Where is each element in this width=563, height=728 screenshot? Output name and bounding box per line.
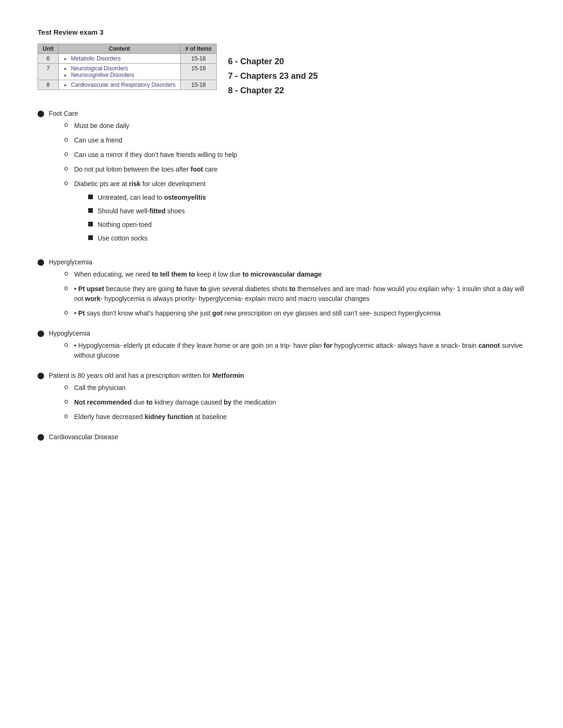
sub-item-text: Call the physician (74, 383, 525, 393)
sub-item-text: • Pt upset because they are going to hav… (74, 284, 525, 304)
o-bullet-icon: o (63, 284, 69, 292)
list-item: o Can use a friend (49, 135, 525, 145)
o-bullet-icon: o (63, 135, 69, 143)
sub-item-text: • Pt says don't know what's happening sh… (74, 308, 525, 318)
list-item: Untreated, can lead to osteomyelitis (74, 193, 525, 203)
bullet-circle-icon (38, 373, 44, 379)
table-cell-items: 15-18 (181, 54, 217, 64)
sub-item-2-text: Should have well-fitted shoes (98, 206, 525, 216)
list-item: o Not recommended due to kidney damage c… (49, 398, 525, 407)
main-item-label: Hypoglycemia (49, 330, 90, 337)
bullet-circle-icon (38, 434, 44, 441)
table-cell-items: 15-18 (181, 80, 217, 90)
square-bullet-icon (88, 222, 93, 226)
table-header-content: Content (59, 44, 181, 54)
page-title: Test Review exam 3 (38, 28, 525, 36)
list-item: o Do not put lotion between the toes aft… (49, 165, 525, 174)
bullet-circle-icon (38, 111, 44, 117)
list-item: o Call the physician (49, 383, 525, 393)
table-section: Unit Content # of Items 6 Metabolic Diso… (38, 44, 525, 96)
main-item-label: Cardiovascular Disease (49, 433, 118, 441)
o-bullet-icon: o (63, 270, 69, 277)
o-bullet-icon: o (63, 179, 69, 187)
o-bullet-icon: o (63, 341, 69, 348)
table-row: 6 Metabolic Disorders 15-18 (38, 54, 217, 64)
bullet-circle-icon (38, 259, 44, 266)
table-row: 8 Cardiovascular and Respiratory Disorde… (38, 80, 217, 90)
o-bullet-icon: o (63, 165, 69, 172)
o-bullet-icon: o (63, 150, 69, 158)
main-content-list: Foot Care o Must be done daily o Can use… (38, 110, 525, 441)
list-item: o Can use a mirror if they don't have fr… (49, 150, 525, 160)
main-item-content: Hypoglycemia o • Hypoglycemia- elderly p… (49, 330, 525, 365)
main-item-content: Patient is 80 years old and has a prescr… (49, 372, 525, 427)
table-cell-unit: 6 (38, 54, 59, 64)
list-item: Hyperglycemia o When educating, we need … (38, 258, 525, 323)
table-cell-unit: 8 (38, 80, 59, 90)
annotation-2: 7 - Chapters 23 and 25 (228, 71, 318, 81)
list-item: o • Pt says don't know what's happening … (49, 308, 525, 318)
main-item-content: Hyperglycemia o When educating, we need … (49, 258, 525, 323)
sub-list: o Call the physician o Not recommended d… (49, 383, 525, 422)
annotation-1: 6 - Chapter 20 (228, 57, 318, 67)
list-item: Patient is 80 years old and has a prescr… (38, 372, 525, 427)
table-header-items: # of Items (181, 44, 217, 54)
bullet-circle-icon (38, 330, 44, 337)
sub-list: o • Hypoglycemia- elderly pt educate if … (49, 341, 525, 360)
table-header-unit: Unit (38, 44, 59, 54)
sub-item-text: Can use a friend (74, 135, 525, 145)
list-item: o Diabetic pts are at risk for ulcer dev… (49, 179, 525, 247)
sub-item-text: • Hypoglycemia- elderly pt educate if th… (74, 341, 525, 360)
list-item: o Elderly have decreased kidney function… (49, 412, 525, 422)
list-item: Foot Care o Must be done daily o Can use… (38, 110, 525, 252)
list-item: Cardiovascular Disease (38, 433, 525, 441)
o-bullet-icon: o (63, 398, 69, 405)
list-item: o Must be done daily (49, 121, 525, 131)
table-cell-unit: 7 (38, 64, 59, 80)
main-item-content: Cardiovascular Disease (49, 433, 525, 441)
list-item: o When educating, we need to tell them t… (49, 270, 525, 279)
sub-list: o Must be done daily o Can use a friend … (49, 121, 525, 247)
list-item: o • Hypoglycemia- elderly pt educate if … (49, 341, 525, 360)
main-item-label: Hyperglycemia (49, 258, 92, 266)
table-row: 7 Neurological Disorders Neurocognitive … (38, 64, 217, 80)
sub-item-2-text: Use cotton socks (98, 233, 525, 243)
main-item-content: Foot Care o Must be done daily o Can use… (49, 110, 525, 252)
o-bullet-icon: o (63, 121, 69, 128)
o-bullet-icon: o (63, 383, 69, 390)
list-item: Should have well-fitted shoes (74, 206, 525, 216)
square-bullet-icon (88, 208, 93, 213)
main-item-label: Patient is 80 years old and has a prescr… (49, 372, 244, 379)
square-bullet-icon (88, 195, 93, 199)
o-bullet-icon: o (63, 308, 69, 316)
square-bullet-icon (88, 235, 93, 240)
table-cell-content: Cardiovascular and Respiratory Disorders (59, 80, 181, 90)
sub-item-text: Elderly have decreased kidney function a… (74, 412, 525, 422)
list-item: Use cotton socks (74, 233, 525, 243)
sub-item-text: Do not put lotion between the toes after… (74, 165, 525, 174)
sub-item-2-text: Untreated, can lead to osteomyelitis (98, 193, 525, 203)
sub-item-text: Not recommended due to kidney damage cau… (74, 398, 525, 407)
sub-item-text: Must be done daily (74, 121, 525, 131)
list-item: Hypoglycemia o • Hypoglycemia- elderly p… (38, 330, 525, 365)
main-item-label: Foot Care (49, 110, 78, 117)
review-table: Unit Content # of Items 6 Metabolic Diso… (38, 44, 217, 90)
list-item: Nothing open-toed (74, 220, 525, 230)
sub-item-text: When educating, we need to tell them to … (74, 270, 525, 279)
list-item: o • Pt upset because they are going to h… (49, 284, 525, 304)
o-bullet-icon: o (63, 412, 69, 420)
sub-list: o When educating, we need to tell them t… (49, 270, 525, 318)
side-annotations: 6 - Chapter 20 7 - Chapters 23 and 25 8 … (228, 44, 318, 96)
annotation-3: 8 - Chapter 22 (228, 86, 318, 96)
table-cell-content: Neurological Disorders Neurocognitive Di… (59, 64, 181, 80)
sub-item-text: Can use a mirror if they don't have frie… (74, 150, 525, 160)
table-cell-items: 15-18 (181, 64, 217, 80)
sub-item-text: Diabetic pts are at risk for ulcer devel… (74, 179, 525, 247)
table-cell-content: Metabolic Disorders (59, 54, 181, 64)
sub-list-2: Untreated, can lead to osteomyelitis Sho… (74, 193, 525, 243)
sub-item-2-text: Nothing open-toed (98, 220, 525, 230)
